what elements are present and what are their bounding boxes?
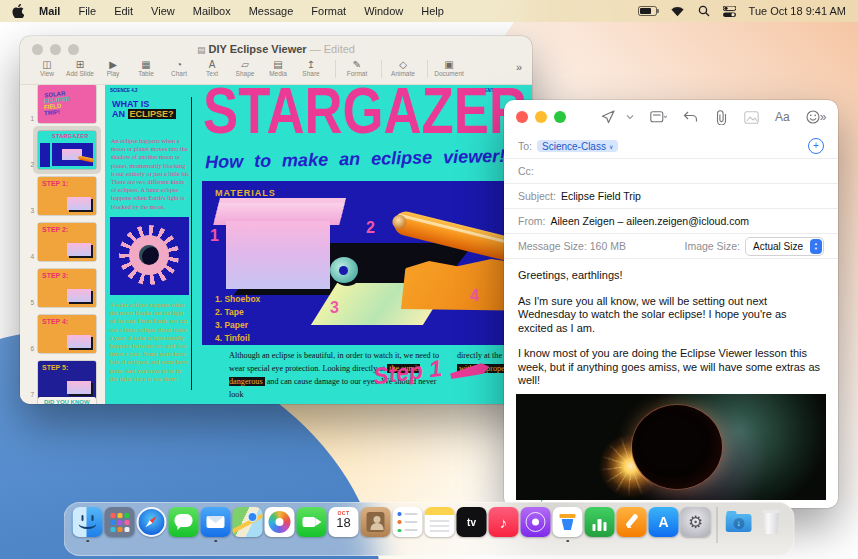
slide-number: 3 (24, 207, 34, 214)
format-icon: ✎ (342, 59, 372, 70)
dock-keynote[interactable] (553, 507, 583, 537)
menu-app-name[interactable]: Mail (30, 0, 69, 22)
apple-menu-icon[interactable] (12, 4, 24, 18)
from-field[interactable]: From: Aileen Zeigen – aileen.zeigen@iclo… (504, 209, 838, 234)
to-field[interactable]: To: Science-Class∨ + (504, 134, 838, 159)
dock-photos[interactable] (265, 507, 295, 537)
table-button[interactable]: ▦Table (131, 59, 161, 77)
menu-message[interactable]: Message (240, 0, 303, 22)
minimize-button[interactable] (535, 111, 547, 123)
slide-thumbnail-3[interactable]: STEP 1: (38, 177, 96, 215)
dock-contacts[interactable] (361, 507, 391, 537)
dock-facetime[interactable] (297, 507, 327, 537)
dock-finder[interactable] (73, 507, 103, 537)
slide-thumbnail-6[interactable]: STEP 4: (38, 315, 96, 353)
zoom-button[interactable] (554, 111, 566, 123)
eclipse-photo-attachment[interactable] (516, 394, 826, 500)
search-icon[interactable] (698, 5, 710, 17)
battery-icon[interactable] (638, 6, 657, 16)
emoji-icon[interactable] (806, 110, 820, 124)
play-button[interactable]: ▶Play (98, 59, 128, 77)
slide-sun-illustration (110, 217, 189, 295)
menu-help[interactable]: Help (412, 0, 453, 22)
subject-label: Subject: (518, 190, 556, 202)
toolbar-overflow-icon[interactable]: » (516, 59, 522, 73)
document-button[interactable]: ▣Document (434, 59, 464, 77)
minimize-button[interactable] (50, 44, 61, 55)
header-fields-button[interactable] (650, 111, 667, 124)
dock-mail[interactable] (201, 507, 231, 537)
dock-tv[interactable]: tv (457, 507, 487, 537)
dock-pages[interactable] (617, 507, 647, 537)
chart-button[interactable]: ◔Chart (164, 59, 194, 77)
menu-format[interactable]: Format (302, 0, 355, 22)
running-indicator (86, 540, 89, 543)
share-button[interactable]: ↥Share (296, 59, 326, 77)
subject-field[interactable]: Subject: Eclipse Field Trip (504, 184, 838, 209)
add-slide-button[interactable]: ⊞Add Slide (65, 59, 95, 77)
menu-mailbox[interactable]: Mailbox (184, 0, 240, 22)
slide-thumbnail-4[interactable]: STEP 2: (38, 223, 96, 261)
materials-list-item: 1. Shoebox (215, 293, 260, 306)
menu-clock[interactable]: Tue Oct 18 9:41 AM (749, 5, 846, 17)
slide-navigator: 1 SOLAR ECLIPSE FIELD TRIP! 2 STARGAZER … (20, 85, 105, 404)
dock-music[interactable]: ♪ (489, 507, 519, 537)
fonts-button[interactable]: Aa (775, 110, 790, 124)
close-button[interactable] (516, 111, 528, 123)
running-indicator (214, 540, 217, 543)
menu-file[interactable]: File (69, 0, 105, 22)
control-center-icon[interactable] (723, 6, 736, 17)
dock-downloads[interactable]: ↓ (724, 507, 754, 537)
dock-maps[interactable] (233, 507, 263, 537)
music-note-icon: ♪ (489, 507, 519, 537)
dock-system-settings[interactable]: ⚙ (681, 507, 711, 537)
dock-notes[interactable] (425, 507, 455, 537)
dock-numbers[interactable] (585, 507, 615, 537)
zoom-button[interactable] (68, 44, 79, 55)
tape-illustration (330, 257, 358, 283)
dock-trash[interactable] (756, 507, 786, 537)
dock-app-store[interactable]: A (649, 507, 679, 537)
slide-thumbnail-1[interactable]: SOLAR ECLIPSE FIELD TRIP! (38, 85, 96, 123)
insert-photo-icon[interactable] (744, 111, 759, 124)
close-button[interactable] (32, 44, 43, 55)
cc-field[interactable]: Cc: (504, 159, 838, 184)
select-stepper-icon: ▴▾ (810, 239, 822, 254)
add-recipient-button[interactable]: + (808, 138, 824, 154)
menu-edit[interactable]: Edit (105, 0, 142, 22)
send-button[interactable] (600, 109, 616, 125)
media-button[interactable]: ▤Media (263, 59, 293, 77)
chevron-down-icon[interactable] (626, 114, 634, 120)
token-chevron-icon: ∨ (609, 143, 613, 150)
dock-safari[interactable] (137, 507, 167, 537)
material-number-2: 2 (366, 219, 375, 237)
wifi-icon[interactable] (670, 6, 685, 17)
gear-icon: ⚙ (681, 507, 711, 537)
window-controls (516, 111, 566, 123)
more-icon[interactable]: » (820, 110, 827, 124)
image-size-select[interactable]: Actual Size ▴▾ (745, 237, 824, 256)
animate-button[interactable]: ◇Animate (388, 59, 418, 77)
mail-compose-window: Aa » To: Science-Class∨ + Cc: Subject: E… (504, 100, 838, 508)
menu-window[interactable]: Window (355, 0, 412, 22)
shape-button[interactable]: ▱Shape (230, 59, 260, 77)
dock-podcasts[interactable] (521, 507, 551, 537)
format-button[interactable]: ✎Format (342, 59, 372, 77)
slide-thumbnail-2-selected[interactable]: STARGAZER (38, 131, 96, 169)
attach-icon[interactable] (715, 110, 728, 125)
dock-calendar[interactable]: OCT18 (329, 507, 359, 537)
slide-canvas[interactable]: SCIENCE 4.2 EXPERIMENT #11 WHAT IS AN EC… (105, 85, 532, 404)
undo-icon[interactable] (683, 111, 698, 123)
slide-thumbnail-5[interactable]: STEP 3: (38, 269, 96, 307)
dock-launchpad[interactable] (105, 507, 135, 537)
menu-view[interactable]: View (142, 0, 184, 22)
view-button[interactable]: ◫View (32, 59, 62, 77)
slide-thumbnail-7[interactable]: STEP 5: (38, 361, 96, 399)
slide-number: 4 (24, 253, 34, 260)
dock-reminders[interactable] (393, 507, 423, 537)
text-button[interactable]: AText (197, 59, 227, 77)
document-icon: ▣ (434, 59, 464, 70)
dock-messages[interactable] (169, 507, 199, 537)
slide-thumbnail-8[interactable]: DID YOU KNOW (38, 397, 96, 404)
recipient-token[interactable]: Science-Class∨ (537, 140, 618, 152)
